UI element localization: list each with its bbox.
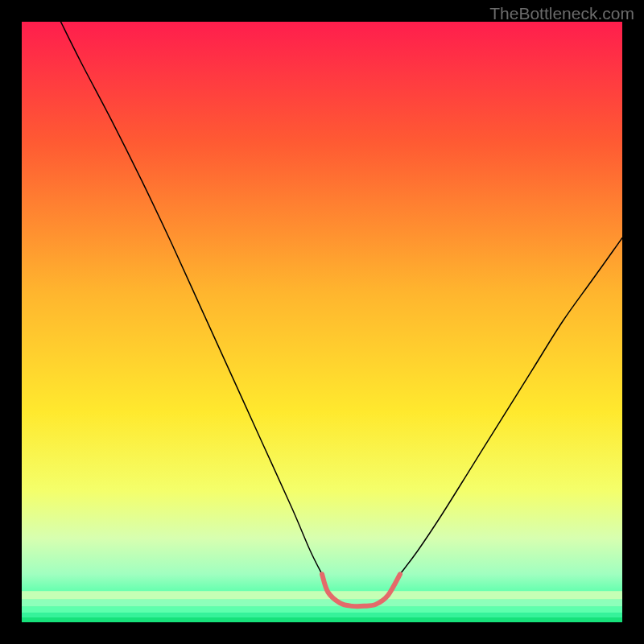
bottleneck-chart <box>22 22 622 622</box>
bottom-bands <box>22 591 622 622</box>
plot-frame <box>22 22 622 622</box>
gradient-background <box>22 22 622 622</box>
svg-rect-1 <box>22 600 622 607</box>
svg-rect-4 <box>22 617 622 622</box>
svg-rect-0 <box>22 591 622 599</box>
svg-rect-3 <box>22 613 622 617</box>
svg-rect-2 <box>22 607 622 613</box>
watermark-text: TheBottleneck.com <box>489 4 634 23</box>
